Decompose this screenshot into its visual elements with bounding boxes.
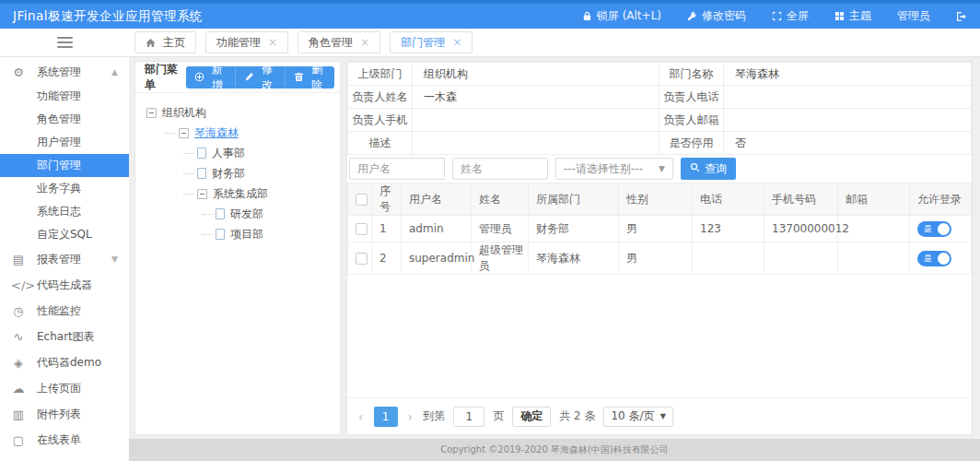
form-field-value[interactable]: 一木森: [413, 86, 659, 109]
sidebar-item-system-log[interactable]: 系统日志: [0, 200, 129, 223]
form-field-value[interactable]: 琴海森林: [724, 63, 972, 86]
sidebar-item-label: 部门管理: [37, 158, 81, 173]
sidebar-item-function-mgmt[interactable]: 功能管理: [0, 85, 129, 108]
page-number-button[interactable]: 1: [374, 407, 398, 427]
tab-dept-mgmt[interactable]: 部门管理×: [390, 31, 472, 53]
tree-node-label[interactable]: 项目部: [230, 227, 263, 242]
tab-role-mgmt[interactable]: 角色管理×: [298, 31, 380, 53]
table-row[interactable]: 2superadmin超级管理员琴海森林男是: [348, 242, 972, 275]
form-field-label: 负责人电话: [659, 86, 724, 109]
sidebar-toggle-button[interactable]: [0, 37, 129, 48]
sidebar-item-echart-charts[interactable]: ∿Echart图表: [0, 324, 129, 349]
dept-tree-actions: 新增修改删除: [186, 66, 334, 89]
tree-node-label[interactable]: 组织机构: [162, 105, 206, 121]
next-page-icon[interactable]: ›: [406, 409, 415, 424]
toggle-knob: [938, 223, 950, 235]
delete-button[interactable]: 删除: [286, 66, 334, 89]
close-icon[interactable]: ×: [268, 37, 277, 48]
tree-node[interactable]: 组织机构: [143, 102, 332, 123]
sidebar-item-online-form[interactable]: ▢在线表单: [0, 427, 129, 453]
tab-function-mgmt[interactable]: 功能管理×: [205, 31, 288, 53]
gender-select[interactable]: ---请选择性别--- ▼: [555, 158, 673, 180]
tree-node-label[interactable]: 财务部: [212, 166, 245, 182]
sidebar-item-dept-mgmt[interactable]: 部门管理: [0, 154, 129, 177]
topbar-menu-lock-screen[interactable]: 锁屏 (Alt+L): [582, 8, 661, 24]
tree-node[interactable]: 系统集成部: [143, 183, 332, 204]
row-checkbox[interactable]: [356, 223, 368, 235]
sidebar-item-custom-sql[interactable]: 自定义SQL: [0, 223, 129, 246]
goto-page-input[interactable]: [453, 407, 484, 427]
topbar-menu-change-password[interactable]: 修改密码: [687, 8, 746, 24]
tree-node[interactable]: 琴海森林: [143, 123, 332, 143]
open-tabs: 主页功能管理×角色管理×部门管理×: [129, 31, 472, 53]
tree-connector: [202, 234, 213, 235]
form-field-value[interactable]: [724, 109, 972, 132]
pencil-icon: [244, 72, 254, 82]
table-cell: 财务部: [529, 216, 619, 242]
name-input[interactable]: [452, 158, 548, 180]
sidebar-item-code-generator[interactable]: </>代码生成器: [0, 272, 129, 298]
sidebar-item-performance-monitor[interactable]: ◷性能监控: [0, 298, 129, 324]
prev-page-icon[interactable]: ‹: [356, 409, 366, 424]
tree-node-label[interactable]: 琴海森林: [194, 125, 239, 141]
topbar-menu-current-user[interactable]: 管理员: [897, 8, 930, 24]
sidebar-item-label: 系统管理: [37, 65, 81, 80]
allow-login-toggle[interactable]: 是: [917, 221, 951, 237]
sidebar-item-upload-page[interactable]: ☁上传页面: [0, 375, 129, 401]
select-all-checkbox[interactable]: [356, 194, 368, 206]
form-field-value[interactable]: [413, 132, 659, 155]
add-button[interactable]: 新增: [186, 66, 236, 89]
sidebar-item-attachment-list[interactable]: ▥附件列表: [0, 401, 129, 427]
sidebar-item-business-dict[interactable]: 业务字典: [0, 177, 129, 200]
collapse-icon[interactable]: [179, 128, 189, 138]
collapse-icon[interactable]: [197, 189, 207, 199]
key-icon: [687, 11, 697, 21]
tree-node[interactable]: 财务部: [143, 163, 332, 183]
sidebar-item-code-demo[interactable]: ◈代码器demo: [0, 349, 129, 375]
sidebar-item-system-mgmt[interactable]: ⚙系统管理▲: [0, 59, 129, 85]
goto-confirm-button[interactable]: 确定: [512, 407, 551, 427]
search-button[interactable]: 查询: [681, 158, 736, 180]
form-field-value[interactable]: 否: [724, 132, 972, 155]
page-size-select[interactable]: 10 条/页 ▼: [603, 407, 672, 427]
login-toggle-cell: 是: [910, 242, 972, 275]
close-icon[interactable]: ×: [452, 37, 461, 48]
form-field-value[interactable]: 组织机构: [413, 63, 659, 86]
sidebar-item-user-mgmt[interactable]: 用户管理: [0, 131, 129, 154]
sidebar-item-role-mgmt[interactable]: 角色管理: [0, 108, 129, 131]
tree-node-label[interactable]: 研发部: [230, 207, 263, 222]
username-input[interactable]: [349, 158, 445, 180]
form-field-value[interactable]: [724, 86, 972, 109]
edit-button[interactable]: 修改: [236, 66, 286, 89]
sidebar-item-label: 上传页面: [37, 381, 81, 396]
monitor-icon: ◷: [11, 304, 26, 318]
button-label: 新增: [208, 66, 227, 89]
topbar-menu-theme[interactable]: 主题: [834, 8, 871, 24]
tree-node[interactable]: 研发部: [143, 204, 332, 224]
table-cell: admin: [402, 216, 472, 242]
tree-node-label[interactable]: 人事部: [212, 146, 245, 161]
collapse-icon[interactable]: [146, 108, 157, 118]
form-field-value[interactable]: [413, 109, 659, 132]
sidebar-item-report-mgmt[interactable]: ▤报表管理▼: [0, 246, 129, 272]
column-header: 性别: [619, 183, 693, 216]
table-cell: superadmin: [402, 242, 472, 275]
tree-node[interactable]: 人事部: [143, 143, 332, 163]
tab-home[interactable]: 主页: [134, 31, 196, 53]
tree-node[interactable]: 项目部: [143, 224, 332, 244]
topbar-menu-fullscreen[interactable]: 全屏: [772, 8, 809, 24]
topbar-menu-logout[interactable]: [956, 11, 967, 22]
row-checkbox[interactable]: [356, 253, 368, 265]
theme-icon: [834, 11, 845, 21]
tree-connector: [165, 133, 176, 134]
allow-login-toggle[interactable]: 是: [917, 251, 951, 266]
form-row: 描述是否停用否: [348, 132, 972, 155]
close-icon[interactable]: ×: [360, 37, 369, 48]
app-window: JFinal极速开发企业应用管理系统 锁屏 (Alt+L)修改密码全屏主题管理员…: [0, 0, 980, 461]
chevron-up-icon: ▲: [111, 67, 118, 77]
sidebar-item-label: 角色管理: [37, 112, 81, 127]
sidebar-item-label: 代码器demo: [37, 355, 101, 371]
tree-node-label[interactable]: 系统集成部: [213, 186, 268, 202]
table-cell: 管理员: [472, 216, 529, 242]
table-row[interactable]: 1admin管理员财务部男12313700000012是: [348, 216, 972, 242]
